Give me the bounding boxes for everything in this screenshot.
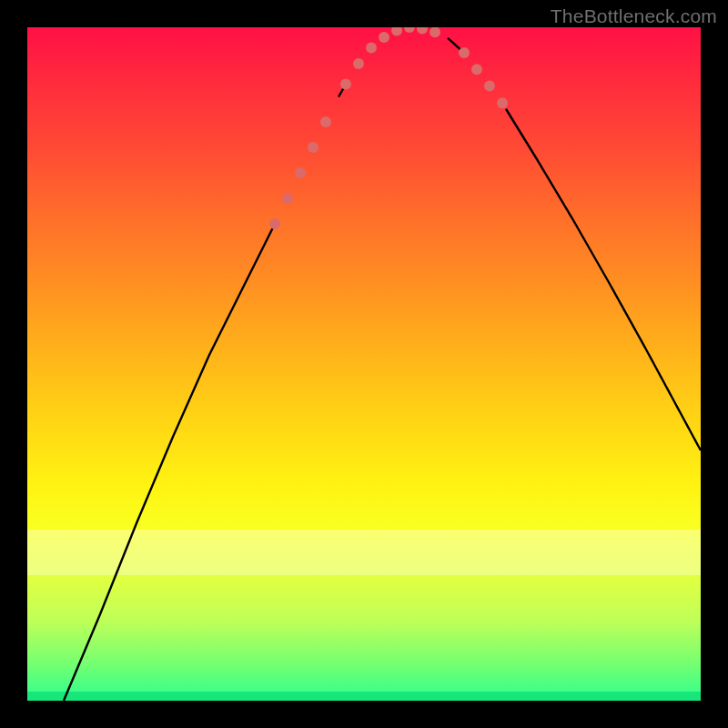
curve-dot [353, 58, 364, 69]
bottleneck-curve [64, 38, 701, 701]
curve-dot [320, 116, 331, 127]
curve-dot [269, 218, 280, 229]
curve-dot [430, 27, 440, 37]
curve-dot [404, 27, 415, 33]
curve-dot [459, 47, 470, 58]
curve-dot [471, 64, 482, 75]
curve-dot [417, 27, 428, 34]
curve-svg [27, 27, 701, 701]
curve-dot [340, 79, 351, 90]
curve-layer [64, 38, 701, 701]
curve-dot [308, 142, 318, 153]
watermark-text: TheBottleneck.com [551, 5, 717, 27]
curve-dot [282, 193, 293, 204]
curve-dot [295, 167, 306, 178]
curve-dot [497, 97, 508, 108]
curve-dot [484, 80, 495, 91]
curve-dot [379, 32, 389, 43]
curve-dot [391, 27, 402, 36]
dots-layer [269, 27, 508, 229]
curve-dot [366, 43, 377, 54]
plot-frame [27, 27, 701, 701]
